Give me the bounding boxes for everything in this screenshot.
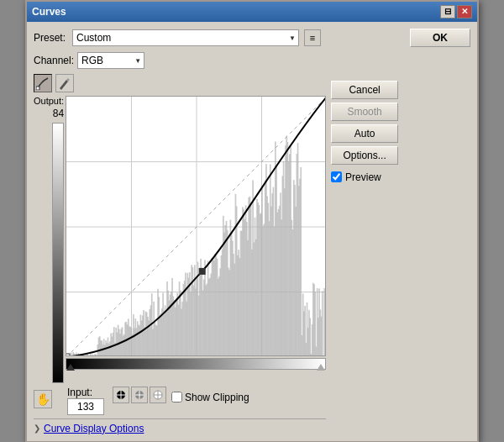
channel-label: Channel: xyxy=(34,55,74,66)
preset-row: Preset: Custom ≡ OK xyxy=(34,29,470,47)
show-clipping-label: Show Clipping xyxy=(185,392,249,403)
input-section: ✋ Input: xyxy=(34,387,326,415)
cancel-button[interactable]: Cancel xyxy=(331,81,398,99)
gray-sample-button[interactable] xyxy=(131,387,148,403)
show-clipping-checkbox[interactable] xyxy=(171,392,182,403)
right-panel: Cancel Smooth Auto Options... Preview xyxy=(331,52,398,434)
white-point-marker[interactable] xyxy=(317,364,325,371)
curve-display-label: Curve Display Options xyxy=(44,423,144,434)
preview-label: Preview xyxy=(345,171,381,183)
sample-buttons: Show Clipping xyxy=(113,387,253,403)
window-title: Curves xyxy=(32,6,66,18)
black-point-marker[interactable] xyxy=(66,364,75,371)
titlebar-controls: ⊟ ✕ xyxy=(440,5,472,18)
vertical-gradient-bar xyxy=(52,123,64,383)
show-clipping-row: Show Clipping xyxy=(171,392,253,403)
divider-1 xyxy=(34,418,326,419)
smooth-button[interactable]: Smooth xyxy=(331,103,398,121)
black-sample-button[interactable] xyxy=(113,387,129,403)
eyedropper-section: ✋ xyxy=(34,390,52,408)
restore-button[interactable]: ⊟ xyxy=(440,5,455,18)
channel-select-wrap: RGB Red Green Blue xyxy=(77,52,144,69)
curve-display-options-button[interactable]: ❯ Curve Display Options xyxy=(34,423,326,434)
channel-row: Channel: RGB Red Green Blue xyxy=(34,52,326,69)
curves-window: Curves ⊟ ✕ Preset: Custom ≡ OK Channel: xyxy=(25,0,479,442)
auto-button[interactable]: Auto xyxy=(331,124,398,143)
preview-row: Preview xyxy=(331,171,398,183)
preset-label: Preset: xyxy=(34,32,66,44)
input-label: Input: xyxy=(67,387,101,398)
pencil-tool-button[interactable] xyxy=(55,74,74,92)
left-section: Channel: RGB Red Green Blue xyxy=(34,52,326,434)
ok-button[interactable]: OK xyxy=(410,29,470,47)
main-area: Channel: RGB Red Green Blue xyxy=(34,52,470,434)
options-button[interactable]: Options... xyxy=(331,146,398,165)
input-col: Input: xyxy=(67,387,104,415)
y-axis-section: Output: 84 xyxy=(34,96,64,383)
tools-row xyxy=(34,74,326,92)
close-button[interactable]: ✕ xyxy=(457,5,472,18)
dialog-content: Preset: Custom ≡ OK Channel: RGB R xyxy=(27,22,477,441)
preview-checkbox[interactable] xyxy=(331,171,342,182)
input-field[interactable] xyxy=(67,398,104,415)
titlebar: Curves ⊟ ✕ xyxy=(27,2,477,22)
svg-rect-0 xyxy=(36,87,39,90)
preset-select[interactable]: Custom xyxy=(72,29,299,46)
horizontal-gradient-bar xyxy=(66,358,326,370)
white-sample-button[interactable] xyxy=(150,387,166,403)
output-value: 84 xyxy=(53,108,64,119)
chevron-down-icon: ❯ xyxy=(34,424,40,433)
curve-tool-button[interactable] xyxy=(34,74,52,92)
hand-tool-button[interactable]: ✋ xyxy=(34,390,52,408)
channel-select[interactable]: RGB Red Green Blue xyxy=(77,52,144,69)
preset-select-wrap: Custom xyxy=(72,29,299,46)
curve-canvas-section xyxy=(66,96,326,383)
curve-area-wrapper: Output: 84 xyxy=(34,96,326,383)
preset-menu-button[interactable]: ≡ xyxy=(304,29,321,46)
right-spacer-top xyxy=(331,52,398,77)
output-label-top: Output: xyxy=(34,96,64,106)
curve-graph[interactable] xyxy=(66,96,326,356)
